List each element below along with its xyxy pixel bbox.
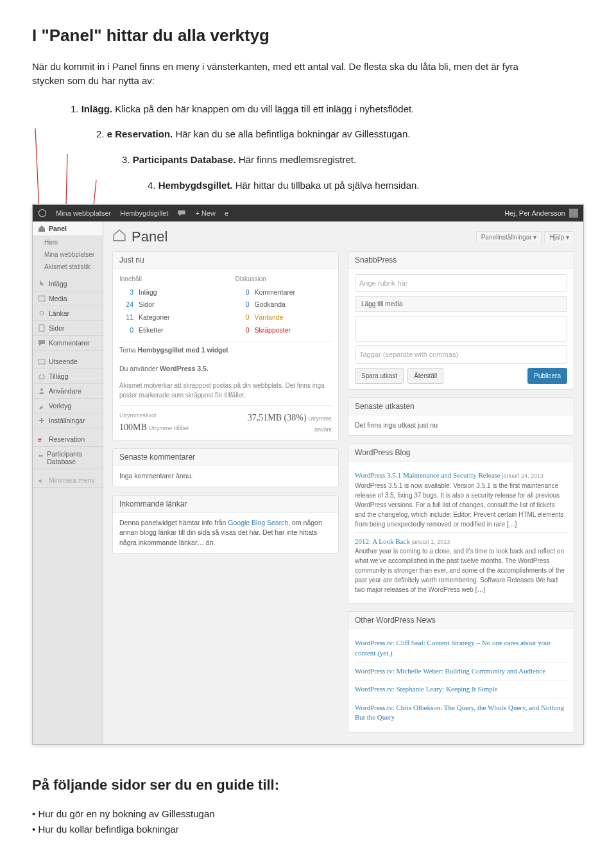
svg-rect-6: [39, 325, 44, 331]
box-senaste-utkasten: Senaste utkasten Det finns inga utkast j…: [348, 397, 574, 437]
box-wordpress-blog: WordPress Blog WordPress 3.5.1 Maintenan…: [348, 444, 574, 603]
users-icon: [38, 387, 46, 395]
dashboard-icon: [38, 225, 46, 232]
doc-numbered-list: 1. Inlägg. Klicka på den här knappen om …: [32, 102, 584, 193]
other-news-link[interactable]: WordPress.tv: Cliff Seal: Content Strate…: [355, 634, 567, 662]
sidebar-item-media[interactable]: Media: [33, 291, 103, 306]
wordpress-screenshot: Mina webbplatser Hembygdsgillet + New e …: [32, 204, 584, 745]
box-title: Just nu: [113, 252, 338, 269]
box-other-news: Other WordPress News WordPress.tv: Cliff…: [348, 611, 574, 732]
blog-item[interactable]: WordPress 3.5.1 Maintenance and Security…: [355, 467, 567, 532]
wp-logo-icon[interactable]: [38, 209, 47, 218]
participants-icon: [38, 454, 44, 462]
comment-icon: [38, 339, 46, 347]
sidebar-item-anvandare[interactable]: Användare: [33, 384, 103, 399]
box-snabbpress: SnabbPress Ange rubrik här Lägg till med…: [348, 251, 574, 390]
other-news-link[interactable]: WordPress.tv: Michelle Weber: Building C…: [355, 662, 567, 680]
sidebar-sub-mysites[interactable]: Mina webbplatser: [33, 248, 103, 261]
svg-point-12: [41, 455, 43, 457]
doc-title: I "Panel" hittar du alla verktyg: [32, 26, 584, 46]
list-item: Hur du hanterar medlemsregistret: [32, 837, 584, 841]
doc-intro: När du kommit in i Panel finns en meny i…: [32, 60, 533, 88]
tools-icon: [38, 402, 46, 410]
sidebar-sub-akismet[interactable]: Akismet statistik: [33, 261, 103, 273]
sidebar-item-sidor[interactable]: Sidor: [33, 321, 103, 336]
box-inkommande-lankar: Inkommande länkar Denna panelwidget hämt…: [112, 495, 339, 554]
list-item: Hur du kollar befintliga bokningar: [32, 822, 584, 837]
google-blog-search-link[interactable]: Google Blog Search: [228, 519, 288, 526]
box-just-nu: Just nu Innehåll 3Inlägg 24Sidor 11Kateg…: [112, 251, 339, 440]
other-news-link[interactable]: WordPress.tv: Stephanie Leary: Keeping I…: [355, 680, 567, 698]
reset-button[interactable]: Återställ: [407, 368, 443, 384]
plugin-icon: [38, 372, 46, 380]
admin-sidebar: Panel Hem Mina webbplatser Akismet stati…: [33, 221, 103, 744]
topbar-new[interactable]: + New: [195, 209, 216, 217]
box-senaste-kommentarer: Senaste kommentarer Inga kommentarer änn…: [112, 448, 339, 487]
quickpress-content-input[interactable]: [355, 316, 567, 342]
sidebar-item-inlagg[interactable]: Inlägg: [33, 277, 103, 291]
sidebar-item-panel[interactable]: Panel: [33, 221, 103, 236]
publish-button[interactable]: Publicera: [527, 368, 567, 384]
sidebar-item-verktyg[interactable]: Verktyg: [33, 399, 103, 413]
save-draft-button[interactable]: Spara utkast: [355, 368, 404, 384]
tab-help[interactable]: Hjälp ▾: [544, 231, 574, 243]
appearance-icon: [38, 358, 46, 365]
home-icon: [112, 228, 126, 246]
settings-icon: [38, 417, 46, 424]
list-item: Hur du gör en ny bokning av Gillesstugan: [32, 806, 584, 822]
sidebar-item-utseende[interactable]: Utseende: [33, 354, 103, 369]
quickpress-tags-input[interactable]: Taggar (separate with commas): [355, 345, 567, 364]
e-reservation-icon: e: [38, 435, 46, 443]
doc-footer-title: På följande sidor ser du en guide till:: [32, 777, 584, 793]
topbar-greeting[interactable]: Hej, Per Andersson: [504, 209, 565, 217]
sidebar-item-tillagg[interactable]: Tillägg: [33, 369, 103, 384]
topbar-comments-icon[interactable]: [177, 209, 186, 218]
svg-point-11: [39, 455, 41, 457]
sidebar-sub-hem[interactable]: Hem: [33, 236, 103, 248]
sidebar-item-minimize[interactable]: ◂ Minimera meny: [33, 473, 103, 488]
add-media-button[interactable]: Lägg till media: [355, 296, 567, 312]
svg-rect-7: [38, 360, 45, 364]
topbar-e-icon[interactable]: e: [225, 209, 228, 217]
avatar-icon[interactable]: [569, 209, 578, 218]
doc-bullet-list: Hur du gör en ny bokning av Gillesstugan…: [32, 806, 584, 841]
quickpress-title-input[interactable]: Ange rubrik här: [355, 274, 567, 293]
pin-icon: [38, 280, 46, 288]
admin-topbar: Mina webbplatser Hembygdsgillet + New e …: [33, 205, 583, 221]
topbar-mysites[interactable]: Mina webbplatser: [56, 209, 111, 217]
topbar-sitename[interactable]: Hembygdsgillet: [120, 209, 168, 217]
sidebar-item-participants[interactable]: Participants Database: [33, 447, 103, 469]
sidebar-item-kommentarer[interactable]: Kommentarer: [33, 336, 103, 351]
sidebar-item-installningar[interactable]: Inställningar: [33, 413, 103, 428]
link-icon: [38, 309, 46, 317]
blog-item[interactable]: 2012: A Look Back januari 1, 2013 Anothe…: [355, 532, 567, 598]
sidebar-item-reservation[interactable]: e Reservation: [33, 432, 103, 447]
panel-heading: Panel: [112, 228, 167, 246]
page-icon: [38, 324, 46, 332]
tab-panel-settings[interactable]: Panelinställningar ▾: [476, 231, 542, 243]
sidebar-item-lankar[interactable]: Länkar: [33, 306, 103, 321]
media-icon: [38, 295, 46, 302]
svg-point-8: [40, 388, 43, 391]
other-news-link[interactable]: WordPress.tv: Chris Olbekson: The Query,…: [355, 698, 567, 727]
svg-rect-5: [38, 296, 45, 301]
svg-rect-10: [41, 418, 42, 423]
collapse-icon: ◂: [38, 476, 46, 484]
svg-point-4: [38, 209, 46, 216]
